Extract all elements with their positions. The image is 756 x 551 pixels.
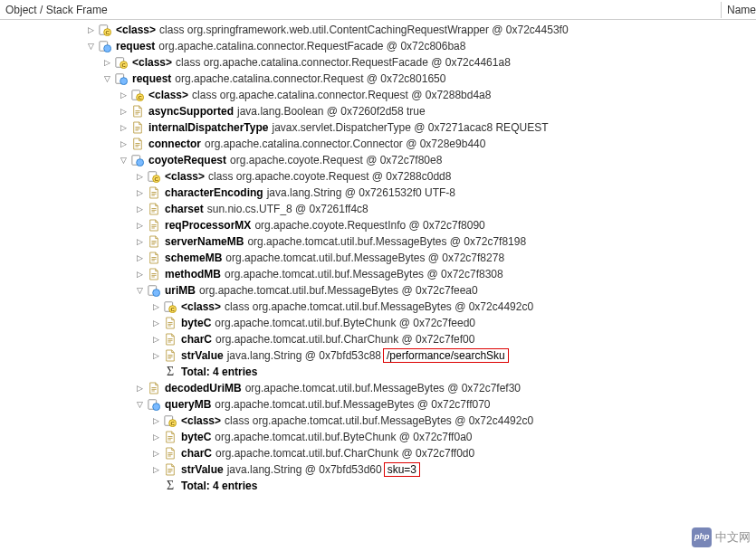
expand-icon[interactable]: ▷ [118,122,129,133]
svg-rect-61 [151,391,154,392]
expand-icon[interactable]: ▷ [101,57,112,68]
file-icon [163,430,177,444]
node-value: class org.apache.catalina.connector.Requ… [176,56,511,69]
tree-row[interactable]: ▷charsetsun.nio.cs.UTF_8 @ 0x7261ff4c8 [0,201,756,217]
node-value: class org.apache.catalina.connector.Requ… [192,89,491,101]
expand-icon[interactable]: ▷ [150,350,161,361]
tree-row[interactable]: ▷reqProcessorMXorg.apache.coyote.Request… [0,217,756,233]
obj-icon [130,153,145,167]
node-value: org.apache.catalina.connector.Request @ … [175,72,445,85]
tree-row[interactable]: ▷strValuejava.lang.String @ 0x7bfd53d60s… [0,461,756,478]
tree-row[interactable]: ▷C<class>class org.apache.coyote.Request… [0,168,756,185]
collapse-icon[interactable]: ▽ [134,285,145,296]
expand-icon[interactable]: ▷ [150,448,161,459]
node-name: request [116,40,155,52]
tree-row[interactable]: ▷charCorg.apache.tomcat.util.buf.CharChu… [0,445,756,461]
expand-icon[interactable]: ▷ [150,301,161,312]
svg-rect-21 [135,147,138,147]
collapse-icon[interactable]: ▽ [85,41,96,52]
tree-row[interactable]: ▷byteCorg.apache.tomcat.util.buf.ByteChu… [0,315,756,331]
file-icon [130,120,145,135]
svg-rect-20 [135,145,139,146]
expand-icon[interactable]: ▷ [134,236,145,247]
svg-rect-60 [151,389,156,390]
svg-rect-36 [151,241,156,242]
expand-icon[interactable]: ▷ [150,318,161,328]
expand-icon[interactable]: ▷ [118,138,129,149]
collapse-icon[interactable]: ▽ [134,399,145,410]
svg-rect-59 [151,387,156,388]
file-icon [147,381,161,395]
tree-row[interactable]: ▷internalDispatcherTypejavax.servlet.Dis… [0,119,756,136]
svg-rect-31 [151,210,156,211]
node-value: org.apache.tomcat.util.buf.ByteChunk @ 0… [215,317,475,329]
expand-icon[interactable]: ▷ [134,204,145,214]
node-value: java.lang.String @ 0x7261532f0 UTF-8 [267,186,455,199]
tree-row[interactable]: ▷strValuejava.lang.String @ 0x7bfd53c88/… [0,347,756,364]
class-icon: C [98,23,112,37]
expand-icon[interactable]: ▷ [85,24,96,35]
svg-rect-71 [167,454,172,455]
tree-row[interactable]: ▷byteCorg.apache.tomcat.util.buf.ByteChu… [0,429,756,445]
collapse-icon[interactable]: ▽ [101,73,112,84]
expand-icon[interactable]: ▷ [118,90,129,100]
tree-row[interactable]: ▷schemeMBorg.apache.tomcat.util.buf.Mess… [0,250,756,266]
expand-icon[interactable]: ▷ [134,269,145,280]
expand-icon[interactable]: ▷ [134,383,145,394]
node-name: charC [181,333,212,346]
tree-row[interactable]: ▷C<class>class org.apache.tomcat.util.bu… [0,413,756,429]
tree-row[interactable]: ▷decodedUriMBorg.apache.tomcat.util.buf.… [0,380,756,396]
expand-icon[interactable]: ▷ [134,187,145,198]
class-icon: C [163,299,177,314]
tree-row[interactable]: ▽requestorg.apache.catalina.connector.Re… [0,38,756,54]
object-tree[interactable]: ▷C<class>class org.springframework.web.u… [0,20,756,496]
node-name: <class> [116,24,156,36]
class-icon: C [114,55,129,70]
tree-row[interactable]: ▷charCorg.apache.tomcat.util.buf.CharChu… [0,331,756,347]
expand-icon[interactable]: ▷ [134,171,145,182]
expand-icon[interactable]: ▷ [150,432,161,442]
expand-icon[interactable]: ▷ [134,220,145,231]
tree-row[interactable]: ▽requestorg.apache.catalina.connector.Re… [0,71,756,87]
node-name: serverNameMB [165,235,244,248]
tree-row[interactable]: ▷connectororg.apache.catalina.connector.… [0,136,756,152]
tree-row[interactable]: ▷asyncSupportedjava.lang.Boolean @ 0x726… [0,103,756,119]
tree-row[interactable]: ▽queryMBorg.apache.tomcat.util.buf.Messa… [0,396,756,413]
tree-row[interactable]: ▷methodMBorg.apache.tomcat.util.buf.Mess… [0,266,756,282]
tree-row[interactable]: ΣTotal: 4 entries [0,478,756,494]
tree-row[interactable]: ▷C<class>class org.springframework.web.u… [0,22,756,38]
svg-point-4 [104,45,111,52]
tree-row[interactable]: ▽coyoteRequestorg.apache.coyote.Request … [0,152,756,168]
svg-rect-53 [167,338,172,339]
expand-icon[interactable]: ▷ [150,464,161,475]
tree-row[interactable]: ▷C<class>class org.apache.catalina.conne… [0,54,756,71]
tree-row[interactable]: ▽uriMBorg.apache.tomcat.util.buf.Message… [0,282,756,299]
column-name[interactable]: Name [722,2,756,18]
node-value: org.apache.tomcat.util.buf.CharChunk @ 0… [215,333,474,346]
node-name: <class> [165,170,205,183]
file-icon [147,234,161,249]
tree-row[interactable]: ΣTotal: 4 entries [0,364,756,380]
node-value: org.apache.tomcat.util.buf.MessageBytes … [225,252,504,264]
node-value: class org.apache.tomcat.util.buf.Message… [225,300,533,313]
collapse-icon[interactable]: ▽ [118,155,129,166]
node-name: <class> [181,414,221,427]
svg-rect-74 [167,470,172,471]
tree-row[interactable]: ▷serverNameMBorg.apache.tomcat.util.buf.… [0,233,756,250]
expand-icon[interactable]: ▷ [134,252,145,263]
column-object[interactable]: Object / Stack Frame [0,2,722,18]
svg-rect-14 [135,112,139,113]
svg-rect-55 [167,342,170,343]
node-name: characterEncoding [165,186,263,199]
node-value: org.apache.tomcat.util.buf.ByteChunk @ 0… [215,431,472,443]
file-icon [147,202,161,216]
file-icon [163,462,177,477]
expand-icon[interactable]: ▷ [118,106,129,117]
tree-row[interactable]: ▷C<class>class org.apache.tomcat.util.bu… [0,299,756,315]
tree-row[interactable]: ▷characterEncodingjava.lang.String @ 0x7… [0,185,756,201]
tree-row[interactable]: ▷C<class>class org.apache.catalina.conne… [0,87,756,103]
expand-icon[interactable]: ▷ [150,334,161,345]
highlighted-value: sku=3 [384,462,420,477]
node-name: asyncSupported [148,105,234,118]
expand-icon[interactable]: ▷ [150,415,161,426]
